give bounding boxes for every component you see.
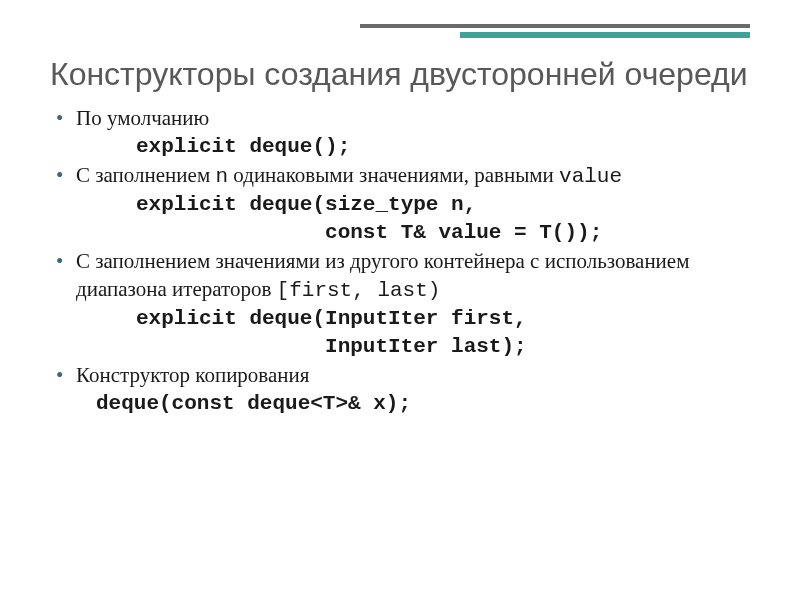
slide-title: Конструкторы создания двусторонней очере… <box>50 0 750 93</box>
bullet-fill-range: С заполнением значениями из другого конт… <box>50 248 750 360</box>
code-line: deque(const deque<T>& x); <box>96 390 750 418</box>
inline-code: [first, last) <box>277 279 441 302</box>
bullet-text: По умолчанию <box>76 106 209 130</box>
slide: Конструкторы создания двусторонней очере… <box>0 0 800 600</box>
rule-gray <box>360 24 750 28</box>
bullet-text-mid: одинаковыми значениями, равными <box>228 163 559 187</box>
decorative-rules <box>320 24 750 38</box>
code-line: const T& value = T()); <box>136 219 750 247</box>
rule-teal <box>460 32 750 38</box>
bullet-text: Конструктор копирования <box>76 363 309 387</box>
bullet-copy: Конструктор копирования deque(const dequ… <box>50 362 750 417</box>
bullet-default: По умолчанию explicit deque(); <box>50 105 750 160</box>
inline-code: n <box>215 165 228 188</box>
code-line: InputIter last); <box>136 333 750 361</box>
code-line: explicit deque(InputIter first, <box>136 305 750 333</box>
bullet-text-pre: С заполнением <box>76 163 215 187</box>
inline-code: value <box>559 165 622 188</box>
code-line: explicit deque(size_type n, <box>136 191 750 219</box>
code-line: explicit deque(); <box>136 133 750 161</box>
bullet-list: По умолчанию explicit deque(); С заполне… <box>50 105 750 418</box>
bullet-fill-n: С заполнением n одинаковыми значениями, … <box>50 162 750 246</box>
